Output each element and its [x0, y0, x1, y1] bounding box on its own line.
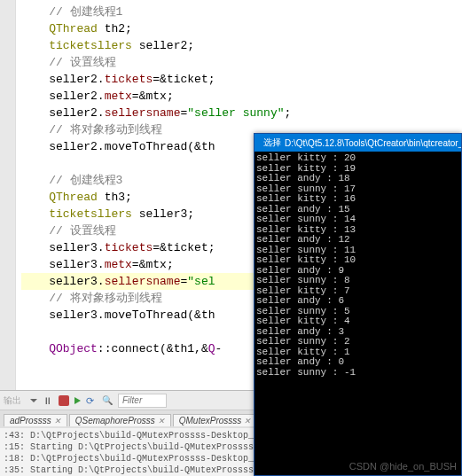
close-icon[interactable]: ✕ [54, 417, 61, 425]
output-tab[interactable]: QSemaphoreProsss✕ [69, 414, 171, 426]
stop-icon[interactable] [59, 395, 69, 406]
console-title-path: D:\Qt\Qt5.12.8\Tools\QtCreator\bin\qtcre… [285, 138, 461, 148]
console-line: seller andy : 18 [256, 174, 459, 184]
console-line: seller sunny : 14 [256, 215, 459, 225]
console-line: seller sunny : 8 [256, 276, 459, 286]
tab-label: adProssss [10, 416, 51, 425]
console-line: seller andy : 0 [256, 357, 459, 368]
code-line[interactable]: seller2.tickets=&ticket; [21, 71, 457, 88]
output-tab[interactable]: QMutexProssss✕ [173, 414, 258, 426]
dropdown-icon[interactable] [30, 399, 37, 402]
code-line[interactable]: seller2.sellersname="seller sunny"; [21, 105, 457, 121]
tab-label: QMutexProssss [179, 416, 242, 425]
console-line: seller andy : 6 [256, 296, 459, 307]
console-line: seller kitty : 20 [256, 153, 459, 164]
link-icon[interactable]: ⟳ [86, 395, 97, 406]
console-line: seller kitty : 4 [256, 316, 459, 327]
output-label: 输出 [4, 394, 21, 407]
pause-icon[interactable]: ⏸ [43, 395, 53, 406]
console-line: seller sunny : 2 [256, 337, 459, 347]
filter-input[interactable] [118, 394, 167, 408]
console-window[interactable]: 选择 D:\Qt\Qt5.12.8\Tools\QtCreator\bin\qt… [254, 133, 462, 476]
console-title-prefix: 选择 [263, 137, 281, 149]
code-line[interactable]: // 设置线程 [21, 54, 457, 71]
search-icon: 🔍 [102, 395, 113, 405]
tab-label: QSemaphoreProsss [75, 416, 155, 425]
code-line[interactable]: QThread th2; [21, 20, 457, 37]
code-line[interactable]: seller2.metx=&mtx; [21, 88, 457, 105]
code-line[interactable]: // 创建线程1 [21, 4, 457, 20]
close-icon[interactable]: ✕ [244, 417, 251, 425]
close-icon[interactable]: ✕ [158, 417, 165, 425]
console-line: seller kitty : 16 [256, 194, 459, 205]
console-titlebar[interactable]: 选择 D:\Qt\Qt5.12.8\Tools\QtCreator\bin\qt… [254, 134, 461, 152]
output-tab[interactable]: adProssss✕ [4, 414, 67, 426]
console-line: seller sunny : -1 [256, 368, 459, 378]
console-line: seller kitty : 10 [256, 255, 459, 266]
console-line: seller andy : 12 [256, 235, 459, 246]
code-line[interactable]: ticketsllers seller2; [21, 37, 457, 54]
console-output[interactable]: seller kitty : 20seller kitty : 19seller… [254, 152, 461, 379]
play-icon[interactable] [74, 397, 81, 404]
line-gutter [0, 0, 16, 390]
